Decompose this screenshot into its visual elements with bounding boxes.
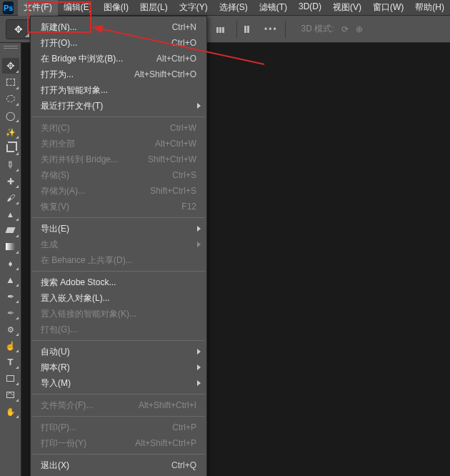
menu-item-label: 导出(E): [41, 223, 196, 235]
crop-tool[interactable]: [2, 140, 19, 156]
file-menu-item-2-0[interactable]: 导出(E): [31, 221, 206, 237]
menu-item-shortcut: Alt+Shift+Ctrl+O: [134, 69, 196, 79]
menu-item-shortcut: Shift+Ctrl+S: [150, 186, 196, 196]
mode3d-pan-icon[interactable]: ⊕: [356, 24, 363, 34]
menu-item-label: 恢复(V): [41, 201, 181, 213]
menu-4[interactable]: 文字(Y): [174, 0, 214, 16]
menu-3[interactable]: 图层(L): [134, 0, 174, 16]
brush-tool[interactable]: [2, 189, 19, 205]
file-menu-item-5-0: 文件简介(F)...Alt+Shift+Ctrl+I: [31, 397, 206, 413]
menu-2[interactable]: 图像(I): [98, 0, 134, 16]
magic-wand-tool[interactable]: [2, 124, 19, 139]
file-menu-dropdown: 新建(N)...Ctrl+N打开(O)...Ctrl+O在 Bridge 中浏览…: [30, 16, 207, 476]
tool-preset-picker[interactable]: [6, 19, 31, 39]
separator: [285, 21, 286, 38]
file-menu-item-4-1[interactable]: 脚本(R): [31, 360, 206, 375]
menu-item-shortcut: Ctrl+W: [170, 123, 196, 133]
mode3d-orbit-icon[interactable]: ⟳: [341, 24, 349, 34]
finger-tool-icon: [5, 339, 16, 351]
menu-item-label: 打开为智能对象...: [41, 84, 196, 96]
rectangle-tool-icon: [6, 375, 14, 382]
submenu-arrow-icon: [197, 226, 201, 232]
file-menu-item-7-0[interactable]: 退出(X)Ctrl+Q: [31, 457, 206, 473]
menu-item-label: 置入链接的智能对象(K)...: [41, 308, 196, 320]
rectangle-tool[interactable]: [2, 370, 19, 386]
menu-7[interactable]: 3D(D): [293, 0, 327, 16]
file-menu-item-2-2: 在 Behance 上共享(D)...: [31, 252, 206, 268]
lasso-tool[interactable]: [2, 107, 19, 123]
ellipse-marquee-tool-icon: [6, 95, 15, 102]
toolbar: [0, 43, 21, 476]
file-menu-item-1-3: 存储(S)Ctrl+S: [31, 167, 206, 183]
submenu-arrow-icon: [197, 380, 201, 386]
menu-item-label: 新建(N)...: [41, 21, 172, 34]
file-menu-item-6-0: 打印(P)...Ctrl+P: [31, 420, 206, 435]
hand-tool[interactable]: [2, 403, 19, 419]
file-menu-item-3-1[interactable]: 置入嵌入对象(L)...: [31, 290, 206, 306]
menu-0[interactable]: 文件(F): [18, 0, 57, 16]
menu-item-label: 存储(S): [41, 169, 172, 182]
finger-tool[interactable]: [2, 337, 19, 353]
gradient-tool[interactable]: [2, 239, 19, 254]
menu-item-shortcut: Shift+Ctrl+W: [148, 154, 196, 164]
file-menu-item-0-2[interactable]: 在 Bridge 中浏览(B)...Alt+Ctrl+O: [31, 51, 206, 66]
menu-item-label: 打包(G)...: [41, 324, 196, 336]
menu-item-shortcut: Alt+Ctrl+W: [155, 139, 196, 149]
app-logo: Ps: [3, 1, 14, 14]
menu-item-label: 打开为...: [41, 69, 134, 81]
menu-8[interactable]: 视图(V): [327, 0, 367, 16]
menu-5[interactable]: 选择(S): [214, 0, 254, 16]
menu-6[interactable]: 滤镜(T): [254, 0, 293, 16]
pen-tool-icon: [7, 290, 14, 302]
move-tool[interactable]: [2, 58, 19, 74]
hand-tool-icon: [6, 405, 16, 417]
more-options-button[interactable]: •••: [264, 24, 278, 34]
menu-item-shortcut: Ctrl+Q: [171, 460, 196, 470]
spot-heal-tool-icon: [7, 175, 14, 187]
submenu-arrow-icon: [197, 103, 201, 109]
frame-tool-icon: [6, 392, 14, 398]
eyedropper-tool[interactable]: [2, 157, 19, 172]
type-tool[interactable]: [2, 354, 19, 370]
submenu-arrow-icon: [197, 349, 201, 354]
file-menu-item-4-2[interactable]: 导入(M): [31, 375, 206, 391]
quick-select-tool[interactable]: [2, 321, 19, 337]
menu-item-label: 文件简介(F)...: [41, 400, 139, 412]
file-menu-item-0-3[interactable]: 打开为...Alt+Shift+Ctrl+O: [31, 66, 206, 82]
file-menu-item-0-1[interactable]: 打开(O)...Ctrl+O: [31, 35, 206, 51]
menu-1[interactable]: 编辑(E): [58, 0, 98, 16]
eraser-tool-icon: [6, 227, 16, 233]
menu-item-label: 脚本(R): [41, 362, 196, 374]
file-menu-item-4-0[interactable]: 自动(U): [31, 344, 206, 360]
menu-item-label: 退出(X): [41, 460, 171, 472]
file-menu-item-0-0[interactable]: 新建(N)...Ctrl+N: [31, 19, 206, 35]
file-menu-item-3-0[interactable]: 搜索 Adobe Stock...: [31, 274, 206, 290]
distribute-spacing-button[interactable]: [244, 23, 257, 36]
rect-marquee-tool[interactable]: [2, 74, 19, 90]
file-menu-item-1-4: 存储为(A)...Shift+Ctrl+S: [31, 183, 206, 199]
menu-item-shortcut: Ctrl+P: [172, 422, 196, 432]
pen-tool[interactable]: [2, 288, 19, 304]
crop-tool-icon: [6, 144, 14, 152]
menu-item-label: 导入(M): [41, 377, 196, 390]
eraser-tool[interactable]: [2, 222, 19, 238]
distribute-right-button[interactable]: [216, 23, 229, 36]
file-menu-item-2-1: 生成: [31, 237, 206, 252]
file-menu-item-3-3: 打包(G)...: [31, 322, 206, 337]
file-menu-item-0-4[interactable]: 打开为智能对象...: [31, 82, 206, 98]
frame-tool[interactable]: [2, 387, 19, 402]
toolbar-grip[interactable]: [4, 46, 18, 53]
spot-heal-tool[interactable]: [2, 173, 19, 189]
ellipse-marquee-tool[interactable]: [2, 91, 19, 106]
lasso-tool-icon: [6, 109, 15, 121]
menu-10[interactable]: 帮助(H): [409, 0, 450, 16]
clone-stamp-tool[interactable]: [2, 206, 19, 222]
blur-tool-icon: [8, 257, 12, 269]
path-select-tool[interactable]: [2, 272, 19, 287]
file-menu-item-0-5[interactable]: 最近打开文件(T): [31, 98, 206, 114]
curvature-pen-tool[interactable]: [2, 304, 19, 320]
blur-tool[interactable]: [2, 255, 19, 271]
menu-9[interactable]: 窗口(W): [367, 0, 409, 16]
move-icon: [14, 24, 23, 35]
file-menu-item-1-0: 关闭(C)Ctrl+W: [31, 120, 206, 136]
